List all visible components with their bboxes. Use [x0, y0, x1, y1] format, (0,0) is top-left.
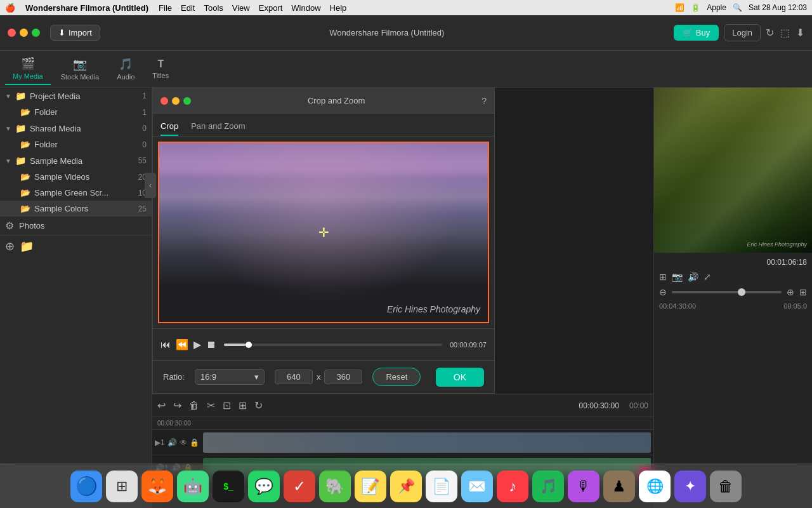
dock-terminal[interactable]: $_ — [213, 471, 244, 502]
delete-icon[interactable]: 🗑 — [189, 400, 199, 411]
crop-preview[interactable]: ✛ Eric Hines Photography — [158, 142, 489, 323]
sidebar-item-project-media[interactable]: ▼ 📁 Project Media 1 — [0, 88, 152, 104]
tab-pan-zoom[interactable]: Pan and Zoom — [191, 117, 245, 136]
dock-todoist[interactable]: ✓ — [284, 471, 315, 502]
dock-chess[interactable]: ♟ — [603, 471, 635, 502]
menu-export[interactable]: Export — [259, 3, 283, 13]
ratio-select[interactable]: 16:9 ▾ — [195, 369, 265, 385]
dialog-minimize-button[interactable] — [172, 97, 180, 105]
search-icon[interactable]: 🔍 — [733, 3, 742, 12]
width-input[interactable] — [275, 370, 313, 384]
playback-progress-bar[interactable] — [224, 344, 442, 346]
right-panel-controls: 00:01:06:18 ⊞ 📷 🔊 ⤢ ⊖ ⊕ ⊞ 00:04:30:00 — [654, 253, 812, 315]
window-traffic-lights — [8, 29, 40, 37]
buy-button[interactable]: 🛒 Buy — [674, 25, 719, 41]
dock-music[interactable]: ♪ — [497, 471, 528, 502]
zoom-out-icon[interactable]: ⊖ — [659, 287, 667, 297]
minimize-button[interactable] — [20, 29, 28, 37]
nav-audio[interactable]: 🎵 Audio — [109, 53, 142, 84]
app-window: ⬇ Import Wondershare Filmora (Untitled) … — [0, 15, 812, 508]
dock-mail[interactable]: ✉️ — [461, 471, 493, 502]
video-clip[interactable] — [203, 432, 651, 453]
dock-spotify[interactable]: 🎵 — [532, 471, 564, 502]
zoom-in-icon[interactable]: ⊕ — [787, 287, 794, 297]
sidebar-subitem-sample-colors[interactable]: 📂 Sample Colors 25 — [0, 201, 152, 217]
nav-titles[interactable]: T Titles — [145, 55, 176, 83]
audio-toggle-icon[interactable]: 🔊 — [167, 438, 177, 447]
login-button[interactable]: Login — [724, 24, 761, 41]
visibility-icon[interactable]: 👁 — [180, 438, 187, 447]
stop-button[interactable]: ⏹ — [206, 339, 216, 351]
dock-podcasts[interactable]: 🎙 — [568, 471, 599, 502]
dock-whatsapp[interactable]: 💬 — [248, 471, 280, 502]
import-button[interactable]: ⬇ Import — [50, 25, 100, 41]
rotate-icon[interactable]: ↻ — [254, 399, 263, 411]
dock-topnotch[interactable]: ✦ — [674, 471, 706, 502]
right-panel: Eric Hines Photography 00:01:06:18 ⊞ 📷 🔊… — [653, 88, 812, 508]
sidebar-item-photos[interactable]: ⚙ Photos — [0, 217, 152, 235]
sidebar-item-shared-media[interactable]: ▼ 📁 Shared Media 0 — [0, 120, 152, 137]
menu-help[interactable]: Help — [330, 3, 347, 13]
share-icon[interactable]: ⬚ — [780, 27, 790, 39]
reset-button[interactable]: Reset — [372, 368, 421, 386]
dock-chrome[interactable]: 🌐 — [639, 471, 671, 502]
sidebar-item-sample-media[interactable]: ▼ 📁 Sample Media 55 — [0, 152, 152, 169]
sidebar-subitem-sample-videos[interactable]: 📂 Sample Videos 20 — [0, 169, 152, 185]
lock-icon[interactable]: 🔒 — [190, 438, 199, 447]
step-back-button[interactable]: ⏪ — [176, 338, 188, 351]
menu-tools[interactable]: Tools — [204, 3, 223, 13]
fullscreen-icon[interactable]: ⤢ — [704, 272, 711, 282]
menu-file[interactable]: File — [159, 3, 172, 13]
folder-icon: 📁 — [15, 91, 26, 101]
apple-menu[interactable]: 🍎 — [5, 3, 15, 13]
ok-button[interactable]: OK — [436, 368, 484, 387]
dialog-content: ✛ Eric Hines Photography — [153, 137, 494, 328]
zoom-slider[interactable] — [672, 291, 782, 293]
dock-notes[interactable]: 📝 — [355, 471, 386, 502]
ratio-label: Ratio: — [163, 372, 185, 382]
my-media-icon: 🎬 — [21, 57, 35, 70]
dialog-close-button[interactable] — [160, 97, 168, 105]
undo-icon[interactable]: ↩ — [157, 399, 166, 411]
nav-my-media[interactable]: 🎬 My Media — [5, 53, 51, 85]
nav-stock-media[interactable]: 📷 Stock Media — [53, 53, 107, 84]
menu-edit[interactable]: Edit — [181, 3, 195, 13]
snapshot-icon[interactable]: 📷 — [672, 272, 683, 282]
fit-icon[interactable]: ⊞ — [659, 272, 667, 282]
maximize-button[interactable] — [32, 29, 40, 37]
sidebar-subitem-project-folder[interactable]: 📂 Folder 1 — [0, 104, 152, 120]
dock-evernote[interactable]: 🐘 — [319, 471, 351, 502]
dock-preview[interactable]: 📄 — [426, 471, 457, 502]
transform-icon[interactable]: ⊞ — [239, 399, 247, 411]
add-folder-button[interactable]: 📁 — [20, 239, 34, 253]
help-icon[interactable]: ? — [481, 96, 487, 106]
dock-stickies[interactable]: 📌 — [390, 471, 422, 502]
dock-finder[interactable]: 🔵 — [70, 471, 102, 502]
tab-crop[interactable]: Crop — [160, 117, 178, 136]
add-media-button[interactable]: ⊕ — [5, 239, 15, 253]
menu-view[interactable]: View — [232, 3, 250, 13]
import-icon: ⬇ — [58, 28, 65, 37]
dock-launchpad[interactable]: ⊞ — [106, 471, 138, 502]
menubar-right: 📶 🔋 Apple 🔍 Sat 28 Aug 12:03 — [675, 3, 807, 12]
sidebar-collapse-button[interactable]: ‹ — [145, 173, 156, 198]
crop-icon[interactable]: ⊡ — [223, 399, 231, 411]
sidebar-subitem-shared-folder[interactable]: 📂 Folder 0 — [0, 137, 152, 152]
dialog-zoom-button[interactable] — [183, 97, 191, 105]
height-input[interactable] — [324, 370, 362, 384]
refresh-icon[interactable]: ↻ — [766, 27, 774, 39]
sidebar-subitem-sample-green[interactable]: 📂 Sample Green Scr... 10 — [0, 185, 152, 201]
download-icon[interactable]: ⬇ — [796, 27, 804, 39]
cut-icon[interactable]: ✂ — [207, 399, 215, 411]
dock-trash[interactable]: 🗑 — [710, 471, 742, 502]
grid-icon[interactable]: ⊞ — [799, 287, 807, 297]
redo-icon[interactable]: ↪ — [173, 399, 181, 411]
dock-firefox[interactable]: 🦊 — [141, 471, 173, 502]
previous-frame-button[interactable]: ⏮ — [160, 339, 171, 351]
dock-android-studio[interactable]: 🤖 — [177, 471, 209, 502]
play-button[interactable]: ▶ — [193, 338, 201, 351]
close-button[interactable] — [8, 29, 16, 37]
volume-icon[interactable]: 🔊 — [688, 272, 698, 282]
progress-fill — [224, 344, 246, 346]
menu-window[interactable]: Window — [291, 3, 320, 13]
